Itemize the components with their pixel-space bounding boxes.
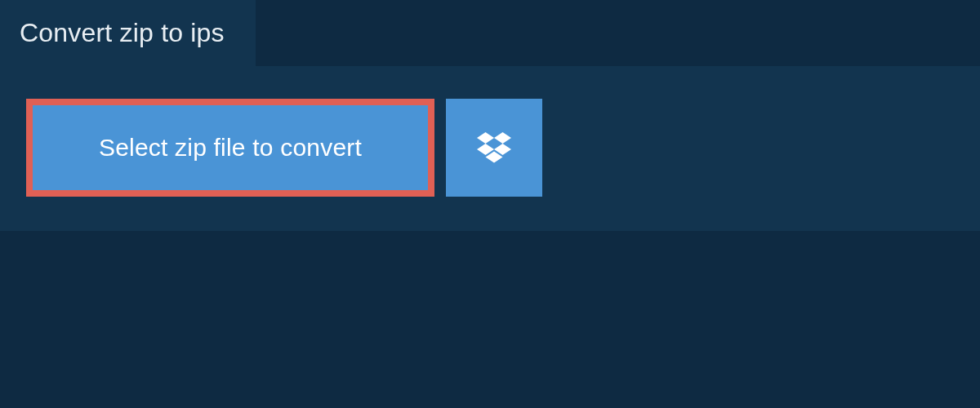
select-file-label: Select zip file to convert [99, 134, 362, 162]
svg-marker-1 [494, 132, 511, 144]
button-row: Select zip file to convert [24, 99, 956, 197]
tab-title: Convert zip to ips [20, 18, 225, 47]
tab-convert-zip-to-ips[interactable]: Convert zip to ips [0, 0, 256, 66]
converter-panel: Select zip file to convert [0, 66, 980, 231]
svg-marker-0 [477, 132, 494, 144]
dropbox-icon [477, 132, 511, 163]
select-file-button[interactable]: Select zip file to convert [26, 99, 434, 197]
tab-bar: Convert zip to ips [0, 0, 980, 66]
dropbox-button[interactable] [446, 99, 542, 197]
